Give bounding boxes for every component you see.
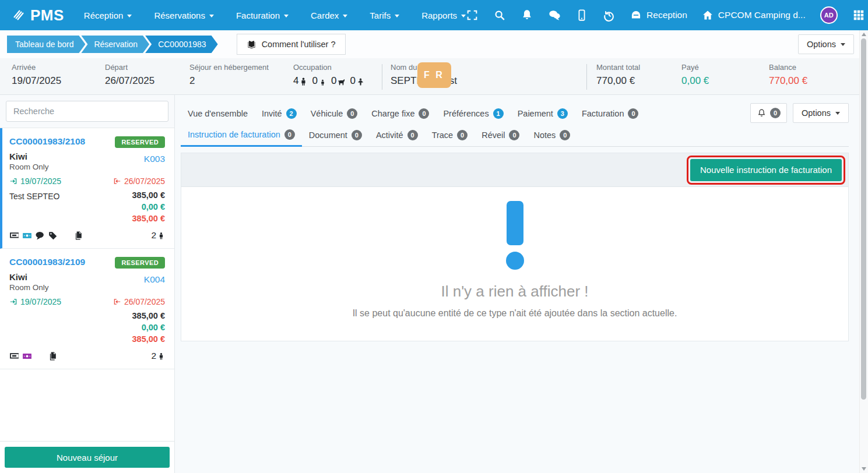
menu-tarifs[interactable]: Tarifs: [370, 10, 399, 20]
user-avatar[interactable]: AD: [820, 6, 838, 24]
inbox-icon: [630, 9, 642, 21]
empty-state-title: Il n'y a rien à afficher !: [441, 283, 588, 301]
tab-vehicule[interactable]: Véhicule0: [304, 103, 365, 124]
menu-facturation[interactable]: Facturation: [236, 10, 289, 20]
payment-money-icon[interactable]: [22, 351, 32, 361]
tab-label: Document: [309, 130, 347, 140]
menu-reception[interactable]: Réception: [84, 10, 132, 20]
app-window: PMS Réception Réservations Facturation C…: [0, 0, 868, 473]
fullscreen-icon[interactable]: [466, 9, 479, 22]
scroll-down-arrow[interactable]: [862, 467, 866, 471]
chevron-down-icon: [284, 15, 289, 17]
breadcrumb-row: Tableau de bord Réservation CC00001983 C…: [0, 30, 868, 58]
screen-icon[interactable]: [9, 231, 19, 241]
stay-card[interactable]: CC00001983/2108 RESERVED Kiwi Room Only …: [0, 128, 174, 249]
tab-facturation[interactable]: Facturation0: [575, 103, 646, 124]
menu-label: Réservations: [154, 10, 205, 20]
stay-list-sidebar: CC00001983/2108 RESERVED Kiwi Room Only …: [0, 95, 175, 473]
new-stay-button[interactable]: Nouveau séjour: [5, 447, 170, 468]
summary-holder: Nom du titulaire SEPTEO , Test: [382, 63, 586, 94]
copy-documents-icon[interactable]: [48, 351, 58, 361]
breadcrumb-reservation-id[interactable]: CC00001983: [145, 36, 218, 53]
screen-icon[interactable]: [9, 351, 19, 361]
stay-id-link[interactable]: CC00001983/2108: [9, 136, 85, 147]
tab-instruction-de-facturation[interactable]: Instruction de facturation0: [181, 124, 302, 147]
how-to-use-button[interactable]: Comment l'utiliser ?: [237, 34, 346, 55]
tab-label: Trace: [432, 130, 454, 140]
tab-preferences[interactable]: Préférences1: [436, 103, 510, 124]
tab-options-button[interactable]: Options: [793, 103, 849, 123]
comment-bubble-icon[interactable]: [35, 231, 45, 241]
exclamation-dot: [506, 252, 524, 270]
menu-rapports[interactable]: Rapports: [421, 10, 466, 20]
stay-id-link[interactable]: CC00001983/2109: [9, 257, 85, 267]
mobile-device-icon[interactable]: [575, 9, 588, 22]
status-badge: RESERVED: [115, 257, 165, 269]
language-flag-badge[interactable]: F R: [417, 62, 451, 88]
top-navigation-bar: PMS Réception Réservations Facturation C…: [0, 0, 868, 30]
search-input[interactable]: [6, 101, 168, 122]
avatar-initials: AD: [824, 12, 834, 19]
tab-count-badge: 1: [493, 108, 504, 119]
adults-count: 4: [293, 75, 298, 87]
scroll-up-arrow[interactable]: [862, 33, 866, 36]
occupants-count: 2: [151, 230, 156, 241]
main-menu: Réception Réservations Facturation Carde…: [84, 10, 466, 20]
reception-shift-button[interactable]: Reception: [630, 9, 687, 21]
apps-grid-icon[interactable]: [852, 9, 865, 22]
stay-balance: 385,00 €: [132, 334, 165, 344]
window-scrollbar[interactable]: [859, 30, 868, 473]
breadcrumb-dashboard[interactable]: Tableau de bord: [7, 36, 85, 53]
click-highlight-annotation: Nouvelle instruction de facturation: [687, 156, 845, 185]
chevron-down-icon: [835, 112, 840, 115]
notifications-bell-icon[interactable]: [521, 9, 533, 22]
search-icon[interactable]: [493, 9, 506, 22]
menu-reservations[interactable]: Réservations: [154, 10, 214, 20]
summary-paid: Payé 0,00 €: [681, 63, 769, 94]
room-code-link[interactable]: K003: [144, 154, 165, 171]
balance-value: 770,00 €: [769, 75, 868, 87]
flag-label: F R: [424, 70, 444, 80]
check-in-date: 19/07/2025: [20, 297, 61, 306]
property-selector[interactable]: CPCOM Camping d...: [702, 9, 806, 21]
tag-icon[interactable]: [48, 231, 58, 241]
babies-count: 0: [350, 75, 355, 87]
tab-trace[interactable]: Trace0: [425, 125, 475, 146]
check-out-date: 26/07/2025: [124, 297, 165, 306]
summary-occupation: Occupation 4 0 0 0: [293, 63, 382, 94]
tab-vue-densemble[interactable]: Vue d'ensemble: [181, 104, 255, 123]
tab-notes[interactable]: Notes0: [526, 125, 577, 146]
alarm-bell-button[interactable]: 0: [750, 103, 787, 123]
stay-card[interactable]: CC00001983/2109 RESERVED Kiwi Room Only …: [0, 249, 174, 369]
chevron-down-icon: [343, 15, 347, 17]
tab-invite[interactable]: Invité2: [255, 103, 304, 124]
new-billing-instruction-button[interactable]: Nouvelle instruction de facturation: [690, 159, 842, 181]
tab-label: Invité: [262, 109, 282, 118]
menu-cardex[interactable]: Cardex: [311, 10, 347, 20]
copy-documents-icon[interactable]: [73, 231, 83, 241]
pet-icon: [337, 77, 346, 87]
paid-label: Payé: [681, 63, 769, 72]
summary-stay-count: Séjour en hébergement 2: [189, 63, 293, 94]
tab-document[interactable]: Document0: [302, 125, 369, 146]
payment-money-icon[interactable]: [22, 231, 32, 241]
room-code-link[interactable]: K004: [144, 274, 165, 292]
tab-charge-fixe[interactable]: Charge fixe0: [364, 103, 436, 124]
page-options-button[interactable]: Options: [798, 34, 854, 54]
occupants-count: 2: [151, 351, 156, 361]
pms-logo[interactable]: PMS: [13, 6, 64, 24]
check-in-arrow-icon: [9, 298, 17, 306]
breadcrumb-reservation[interactable]: Réservation: [81, 36, 149, 53]
chat-icon[interactable]: [548, 9, 561, 22]
pms-logo-icon: [13, 8, 27, 22]
total-value: 770,00 €: [596, 75, 681, 87]
tab-reveil[interactable]: Réveil0: [475, 125, 526, 146]
tab-activite[interactable]: Activité0: [369, 125, 425, 146]
tab-paiement[interactable]: Paiement3: [511, 103, 575, 124]
scrollbar-thumb[interactable]: [861, 38, 866, 400]
check-in-arrow-icon: [9, 177, 17, 185]
paid-value: 0,00 €: [681, 75, 769, 87]
empty-state-subtitle: Il se peut qu'aucune entité de ce type n…: [353, 306, 677, 320]
history-icon[interactable]: [603, 9, 616, 22]
tab-count-badge: 0: [560, 130, 570, 140]
